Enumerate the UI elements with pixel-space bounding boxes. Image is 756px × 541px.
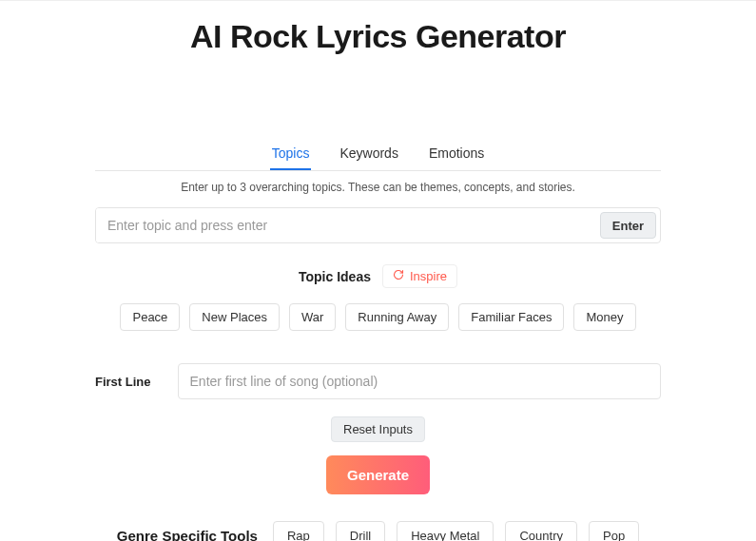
first-line-row: First Line [95, 363, 661, 399]
page-title: AI Rock Lyrics Generator [0, 18, 756, 55]
genre-chip-rap[interactable]: Rap [273, 521, 324, 541]
topic-chip[interactable]: Money [573, 303, 635, 331]
tab-topics[interactable]: Topics [270, 145, 312, 170]
topic-input-row: Enter [95, 207, 661, 243]
topic-ideas-header: Topic Ideas Inspire [95, 264, 661, 288]
topic-ideas-chips: Peace New Places War Running Away Famili… [95, 303, 661, 331]
topic-chip[interactable]: War [289, 303, 336, 331]
genre-chip-pop[interactable]: Pop [589, 521, 639, 541]
topic-chip[interactable]: Peace [120, 303, 180, 331]
genre-tools-row: Genre Specific Tools Rap Drill Heavy Met… [95, 521, 661, 541]
refresh-icon [393, 269, 404, 283]
topic-chip[interactable]: Running Away [345, 303, 449, 331]
enter-button[interactable]: Enter [600, 212, 656, 239]
topic-ideas-title: Topic Ideas [299, 269, 371, 284]
topic-chip[interactable]: New Places [189, 303, 280, 331]
generate-button[interactable]: Generate [326, 455, 430, 494]
tab-emotions[interactable]: Emotions [427, 145, 486, 170]
genre-chip-drill[interactable]: Drill [336, 521, 385, 541]
genre-chip-heavy-metal[interactable]: Heavy Metal [397, 521, 494, 541]
first-line-label: First Line [95, 375, 151, 389]
tabs: Topics Keywords Emotions [95, 145, 661, 171]
tab-keywords[interactable]: Keywords [338, 145, 399, 170]
inspire-label: Inspire [410, 269, 447, 283]
genre-chip-country[interactable]: Country [505, 521, 577, 541]
topic-input[interactable] [96, 208, 596, 242]
reset-button[interactable]: Reset Inputs [331, 416, 425, 442]
first-line-input[interactable] [178, 363, 661, 399]
genre-tools-title: Genre Specific Tools [117, 528, 258, 541]
topics-hint: Enter up to 3 overarching topics. These … [95, 181, 661, 194]
topic-chip[interactable]: Familiar Faces [458, 303, 564, 331]
inspire-button[interactable]: Inspire [382, 264, 457, 288]
